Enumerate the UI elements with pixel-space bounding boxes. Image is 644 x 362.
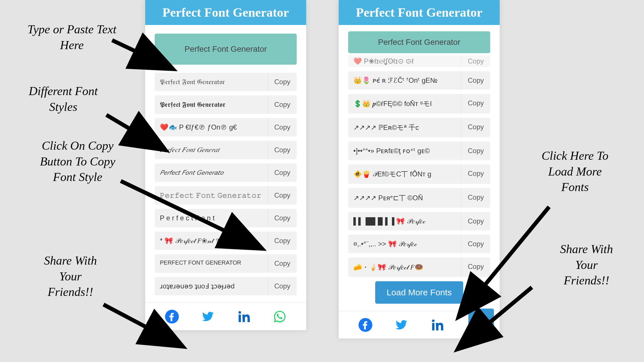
svg-line-7 — [463, 207, 549, 312]
svg-line-4 — [106, 115, 160, 147]
svg-line-6 — [103, 305, 177, 343]
svg-line-5 — [121, 181, 256, 246]
svg-line-8 — [463, 287, 532, 345]
annotation-arrows — [0, 0, 644, 362]
svg-line-3 — [112, 40, 167, 66]
